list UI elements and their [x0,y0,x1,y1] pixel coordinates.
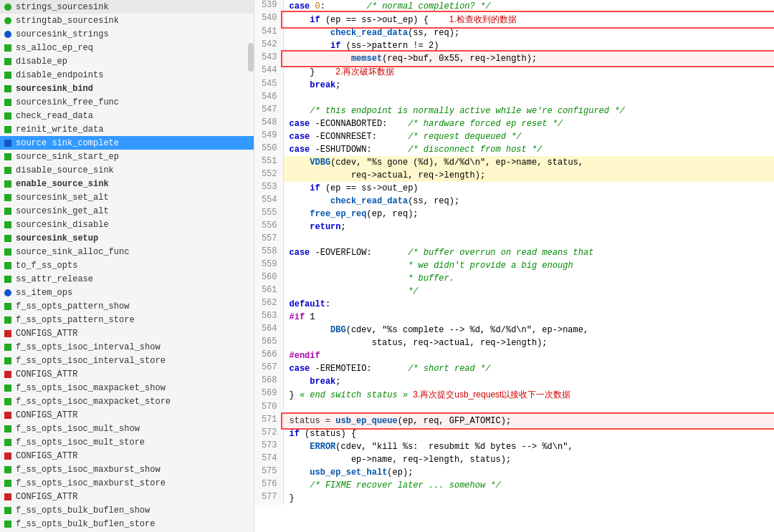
sidebar-item-disable_source_sink[interactable]: disable_source_sink [0,163,254,177]
code-area: 539case 0: /* normal completion? */540 i… [254,0,774,532]
code-content-555: free_ep_req(ep, req); [283,208,774,221]
sidebar-item-ss_attr_release[interactable]: ss_attr_release [0,272,254,286]
sidebar-item-sourcesink_free_func[interactable]: sourcesink_free_func [0,95,254,109]
code-row-561: 561 */ [254,285,774,298]
sidebar-item-sourcesink_bind[interactable]: sourcesink_bind [0,82,254,95]
code-row-553: 553 if (ep == ss->out_ep) [254,182,774,195]
item-icon-disable_ep [3,57,13,67]
line-number-552: 552 [254,169,283,182]
line-number-567: 567 [254,362,283,375]
line-number-546: 546 [254,92,283,105]
sidebar-item-f_ss_opts_isoc_mult_show[interactable]: f_ss_opts_isoc_mult_show [0,422,254,435]
sidebar-item-f_ss_opts_isoc_interval_store[interactable]: f_ss_opts_isoc_interval_store [0,354,254,367]
line-number-560: 560 [254,272,283,285]
sidebar-item-CONFIGS_ATTR1[interactable]: CONFIGS_ATTR [0,327,254,340]
code-row-571: 571status = usb_ep_queue(ep, req, GFP_AT… [254,415,774,427]
code-content-569: } « end switch status » 3.再次提交usb_reques… [283,388,774,402]
code-content-570 [283,402,774,415]
sidebar-item-sourcesink_set_alt[interactable]: sourcesink_set_alt [0,190,254,204]
code-row-575: 575 usb_ep_set_halt(ep); [254,466,774,479]
item-label-f_ss_opts_isoc_maxpacket_show: f_ss_opts_isoc_maxpacket_show [16,383,166,393]
code-table: 539case 0: /* normal completion? */540 i… [254,0,774,505]
sidebar-item-source_sink_alloc_func[interactable]: source_sink_alloc_func [0,245,254,258]
sidebar-item-sourcesink_setup[interactable]: sourcesink_setup [0,231,254,245]
line-number-563: 563 [254,311,283,324]
sidebar-item-f_ss_opts_isoc_maxburst_store[interactable]: f_ss_opts_isoc_maxburst_store [0,476,254,490]
item-icon-CONFIGS_ATTR1 [3,329,13,339]
item-icon-enable_source_sink [3,179,13,189]
item-label-CONFIGS_ATTR1: CONFIGS_ATTR [16,329,77,339]
item-label-f_ss_opts_isoc_maxburst_store: f_ss_opts_isoc_maxburst_store [16,478,166,488]
line-number-575: 575 [254,466,283,479]
item-icon-CONFIGS_ATTR5 [3,492,13,502]
annotation-2: 2.再次破坏数据 [335,67,394,77]
sidebar-item-stringtab_sourcesink[interactable]: stringtab_sourcesink [0,14,254,27]
sidebar-item-source_sink_complete[interactable]: source sink_complete [0,136,254,150]
line-number-556: 556 [254,221,283,233]
item-label-f_ss_opts_pattern_store: f_ss_opts_pattern_store [16,315,135,325]
scrollbar-thumb[interactable] [248,43,254,72]
sidebar-item-strings_sourcesink[interactable]: strings_sourcesink [0,0,254,14]
sidebar-item-check_read_data[interactable]: check_read_data [0,109,254,122]
item-icon-CONFIGS_ATTR4 [3,451,13,461]
code-content-559: * we didn't provide a big enough [283,259,774,272]
sidebar-item-CONFIGS_ATTR4[interactable]: CONFIGS_ATTR [0,449,254,463]
item-icon-ss_item_ops [3,288,13,298]
line-number-574: 574 [254,453,283,466]
line-number-548: 548 [254,117,283,130]
sidebar-item-CONFIGS_ATTR3[interactable]: CONFIGS_ATTR [0,408,254,422]
item-label-source_sink_complete: source sink_complete [16,138,119,148]
sidebar-item-sourcesink_disable[interactable]: sourcesink_disable [0,218,254,231]
line-number-554: 554 [254,195,283,208]
sidebar-item-f_ss_opts_pattern_store[interactable]: f_ss_opts_pattern_store [0,313,254,327]
sidebar-item-sourcesink_strings[interactable]: sourcesink_strings [0,27,254,41]
line-number-551: 551 [254,156,283,169]
item-label-sourcesink_strings: sourcesink_strings [16,29,109,39]
sidebar-item-f_ss_opts_bulk_buflen_show[interactable]: f_ss_opts_bulk_buflen_show [0,503,254,517]
sidebar-item-f_ss_opts_isoc_maxpacket_store[interactable]: f_ss_opts_isoc_maxpacket_store [0,395,254,408]
item-icon-disable_source_sink [3,165,13,175]
sidebar-item-f_ss_opts_isoc_maxpacket_show[interactable]: f_ss_opts_isoc_maxpacket_show [0,381,254,395]
item-icon-f_ss_opts_pattern_store [3,315,13,325]
item-icon-sourcesink_bind [3,84,13,94]
line-number-568: 568 [254,375,283,388]
sidebar-item-f_ss_opts_pattern_show[interactable]: f_ss_opts_pattern_show [0,299,254,313]
sidebar-item-ss_item_ops[interactable]: ss_item_ops [0,286,254,299]
code-row-568: 568 break; [254,375,774,388]
code-content-552: req->actual, req->length); [283,169,774,182]
sidebar-item-disable_ep[interactable]: disable_ep [0,54,254,68]
sidebar-item-f_ss_opts_isoc_mult_store[interactable]: f_ss_opts_isoc_mult_store [0,435,254,449]
item-label-sourcesink_disable: sourcesink_disable [16,220,109,230]
code-row-546: 546 [254,92,774,105]
code-content-556: return; [283,221,774,233]
sidebar-item-to_f_ss_opts[interactable]: to_f_ss_opts [0,258,254,272]
sidebar-item-CONFIGS_ATTR2[interactable]: CONFIGS_ATTR [0,367,254,381]
code-row-550: 550case -ESHUTDOWN: /* disconnect from h… [254,143,774,156]
code-content-574: ep->name, req->length, status); [283,453,774,466]
item-icon-disable_endpoints [3,70,13,80]
code-row-574: 574 ep->name, req->length, status); [254,453,774,466]
sidebar-item-f_ss_opts_isoc_interval_show[interactable]: f_ss_opts_isoc_interval_show [0,340,254,354]
code-content-562: default: [283,298,774,311]
sidebar-item-sourcesink_get_alt[interactable]: sourcesink_get_alt [0,204,254,218]
code-content-561: */ [283,285,774,298]
line-number-549: 549 [254,130,283,143]
code-content-575: usb_ep_set_halt(ep); [283,466,774,479]
code-content-557 [283,233,774,246]
sidebar-item-f_ss_opts_bulk_buflen_store[interactable]: f_ss_opts_bulk_buflen_store [0,517,254,531]
sidebar-item-reinit_write_data[interactable]: reinit_write_data [0,122,254,136]
sidebar-item-source_sink_start_ep[interactable]: source_sink_start_ep [0,150,254,163]
sidebar-item-enable_source_sink[interactable]: enable_source_sink [0,177,254,190]
code-content-571: status = usb_ep_queue(ep, req, GFP_ATOMI… [283,415,774,427]
sidebar-item-CONFIGS_ATTR5[interactable]: CONFIGS_ATTR [0,490,254,503]
code-row-552: 552 req->actual, req->length); [254,169,774,182]
line-number-562: 562 [254,298,283,311]
line-number-572: 572 [254,427,283,440]
sidebar-item-f_ss_opts_isoc_maxburst_show[interactable]: f_ss_opts_isoc_maxburst_show [0,463,254,476]
item-icon-to_f_ss_opts [3,261,13,271]
sidebar-item-disable_endpoints[interactable]: disable_endpoints [0,68,254,82]
item-icon-sourcesink_free_func [3,97,13,107]
line-number-555: 555 [254,208,283,221]
item-label-source_sink_start_ep: source_sink_start_ep [16,152,119,162]
sidebar-item-ss_alloc_ep_req[interactable]: ss_alloc_ep_req [0,41,254,54]
